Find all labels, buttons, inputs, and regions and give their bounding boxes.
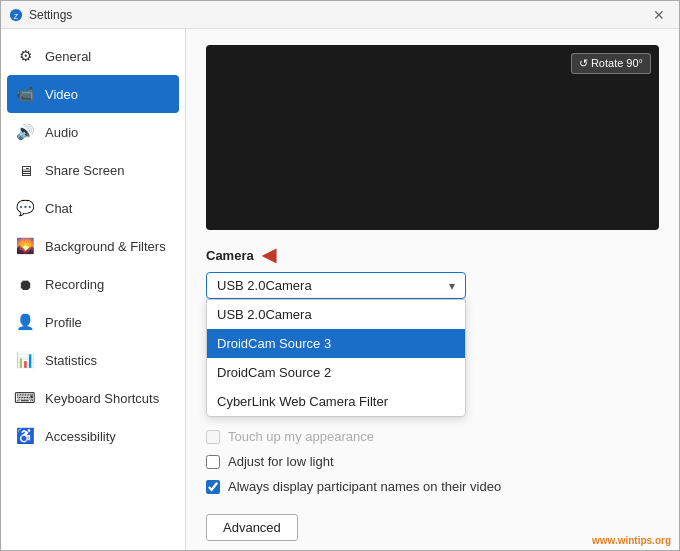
window-title: Settings xyxy=(29,8,72,22)
background-icon: 🌄 xyxy=(15,236,35,256)
profile-icon: 👤 xyxy=(15,312,35,332)
touch-up-row: Touch up my appearance xyxy=(206,429,659,444)
content-area: ⚙ General 📹 Video 🔊 Audio 🖥 Share Screen… xyxy=(1,29,679,550)
sidebar-label-profile: Profile xyxy=(45,315,82,330)
sidebar-item-background[interactable]: 🌄 Background & Filters xyxy=(1,227,185,265)
low-light-label: Adjust for low light xyxy=(228,454,334,469)
touch-up-label: Touch up my appearance xyxy=(228,429,374,444)
close-button[interactable]: ✕ xyxy=(647,5,671,25)
sidebar-label-keyboard: Keyboard Shortcuts xyxy=(45,391,159,406)
watermark: www.wintips.org xyxy=(592,535,671,546)
share-screen-icon: 🖥 xyxy=(15,160,35,180)
sidebar-label-accessibility: Accessibility xyxy=(45,429,116,444)
camera-option-droidcam3[interactable]: DroidCam Source 3 xyxy=(207,329,465,358)
sidebar-item-recording[interactable]: ⏺ Recording xyxy=(1,265,185,303)
camera-dropdown-container: USB 2.0Camera ▾ USB 2.0Camera DroidCam S… xyxy=(206,272,659,299)
titlebar: Z Settings ✕ xyxy=(1,1,679,29)
sidebar-item-chat[interactable]: 💬 Chat xyxy=(1,189,185,227)
sidebar-item-keyboard[interactable]: ⌨ Keyboard Shortcuts xyxy=(1,379,185,417)
advanced-button[interactable]: Advanced xyxy=(206,514,298,541)
sidebar-label-share-screen: Share Screen xyxy=(45,163,125,178)
settings-window: Z Settings ✕ ⚙ General 📹 Video 🔊 Audio 🖥… xyxy=(0,0,680,551)
titlebar-left: Z Settings xyxy=(9,8,72,22)
audio-icon: 🔊 xyxy=(15,122,35,142)
recording-icon: ⏺ xyxy=(15,274,35,294)
svg-text:Z: Z xyxy=(14,11,19,20)
rotate-button[interactable]: ↺ Rotate 90° xyxy=(571,53,651,74)
sidebar-label-chat: Chat xyxy=(45,201,72,216)
camera-label: Camera ◀ xyxy=(206,244,659,266)
camera-option-cyberlink[interactable]: CyberLink Web Camera Filter xyxy=(207,387,465,416)
sidebar-label-audio: Audio xyxy=(45,125,78,140)
sidebar-item-general[interactable]: ⚙ General xyxy=(1,37,185,75)
camera-preview: ↺ Rotate 90° xyxy=(206,45,659,230)
general-icon: ⚙ xyxy=(15,46,35,66)
camera-section: Camera ◀ USB 2.0Camera ▾ USB 2.0Camera D… xyxy=(206,244,659,299)
checkbox-section: Touch up my appearance Adjust for low li… xyxy=(206,429,659,541)
chat-icon: 💬 xyxy=(15,198,35,218)
sidebar-item-share-screen[interactable]: 🖥 Share Screen xyxy=(1,151,185,189)
touch-up-checkbox[interactable] xyxy=(206,430,220,444)
sidebar-item-audio[interactable]: 🔊 Audio xyxy=(1,113,185,151)
arrow-annotation: ◀ xyxy=(262,244,276,266)
sidebar-label-recording: Recording xyxy=(45,277,104,292)
accessibility-icon: ♿ xyxy=(15,426,35,446)
statistics-icon: 📊 xyxy=(15,350,35,370)
sidebar-item-accessibility[interactable]: ♿ Accessibility xyxy=(1,417,185,455)
sidebar-label-background: Background & Filters xyxy=(45,239,166,254)
camera-dropdown-options: USB 2.0Camera DroidCam Source 3 DroidCam… xyxy=(206,299,466,417)
camera-option-droidcam2[interactable]: DroidCam Source 2 xyxy=(207,358,465,387)
display-names-label: Always display participant names on thei… xyxy=(228,479,501,494)
low-light-checkbox[interactable] xyxy=(206,455,220,469)
sidebar-item-profile[interactable]: 👤 Profile xyxy=(1,303,185,341)
camera-option-usb[interactable]: USB 2.0Camera xyxy=(207,300,465,329)
camera-dropdown[interactable]: USB 2.0Camera ▾ xyxy=(206,272,466,299)
sidebar-item-statistics[interactable]: 📊 Statistics xyxy=(1,341,185,379)
sidebar-label-general: General xyxy=(45,49,91,64)
display-names-checkbox[interactable] xyxy=(206,480,220,494)
chevron-down-icon: ▾ xyxy=(449,279,455,293)
sidebar-item-video[interactable]: 📹 Video xyxy=(7,75,179,113)
display-names-row: Always display participant names on thei… xyxy=(206,479,659,494)
low-light-row: Adjust for low light xyxy=(206,454,659,469)
main-content: ↺ Rotate 90° Camera ◀ USB 2.0Camera ▾ US… xyxy=(186,29,679,550)
sidebar-label-video: Video xyxy=(45,87,78,102)
sidebar-label-statistics: Statistics xyxy=(45,353,97,368)
sidebar: ⚙ General 📹 Video 🔊 Audio 🖥 Share Screen… xyxy=(1,29,186,550)
keyboard-icon: ⌨ xyxy=(15,388,35,408)
app-icon: Z xyxy=(9,8,23,22)
video-icon: 📹 xyxy=(15,84,35,104)
selected-camera-value: USB 2.0Camera xyxy=(217,278,312,293)
